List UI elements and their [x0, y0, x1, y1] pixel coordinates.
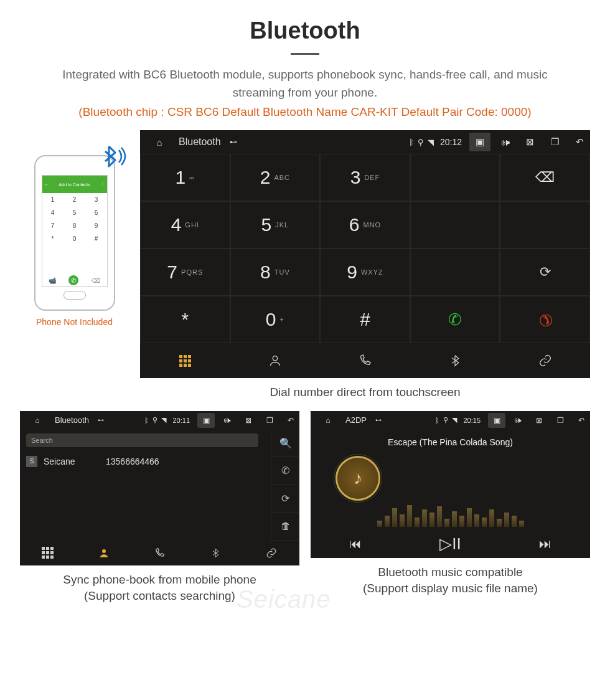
sync-button[interactable]: ⟳: [271, 485, 299, 513]
tab-contacts[interactable]: [230, 343, 321, 378]
prev-button[interactable]: ⏮: [349, 537, 362, 551]
key-7[interactable]: 7PQRS: [140, 248, 230, 296]
tab-dialpad[interactable]: [140, 343, 230, 378]
search-button[interactable]: 🔍: [271, 430, 299, 458]
usb-icon: ⊷: [375, 417, 382, 423]
music-device: ⌂ A2DP ⊷ ᛒ ⚲ ◥ 20:15 ▣ 🕪 ⊠ ❐ ↶: [311, 411, 590, 558]
key-3[interactable]: 3DEF: [320, 154, 410, 201]
phonebook-device: ⌂ Bluetooth ⊷ ᛒ ⚲ ◥ 20:11 ▣ 🕪 ⊠ ❐ ↶: [20, 411, 299, 565]
music-caption: Bluetooth music compatible(Support displ…: [311, 558, 590, 598]
wifi-icon: ◥: [161, 416, 166, 424]
music-note-icon: ♪: [354, 468, 362, 488]
key-empty: [410, 248, 500, 296]
tab-bluetooth[interactable]: [410, 343, 500, 378]
location-icon: ⚲: [443, 416, 448, 424]
app-title: Bluetooth: [55, 415, 89, 425]
camera-icon[interactable]: ▣: [488, 413, 505, 428]
phone-mock: ←Add to Contacts⋮ 123 456 789 *0# 📹✆⌫: [34, 155, 115, 311]
dialer-device: ⌂ Bluetooth ⊷ ᛒ ⚲ ◥ 20:12 ▣ 🕪 ⊠ ❐ ↶: [140, 130, 590, 378]
status-bar: ⌂ Bluetooth ⊷ ᛒ ⚲ ◥ 20:12 ▣ 🕪 ⊠ ❐ ↶: [140, 130, 590, 154]
home-icon[interactable]: ⌂: [149, 133, 170, 151]
tab-contacts[interactable]: [76, 541, 132, 565]
key-4[interactable]: 4GHI: [140, 201, 230, 248]
play-button[interactable]: ▷II: [439, 534, 461, 554]
key-1[interactable]: 1∞: [140, 154, 230, 201]
back-icon[interactable]: ↶: [573, 413, 590, 428]
bt-status-icon: ᛒ: [409, 138, 414, 147]
sync-button[interactable]: ⟳: [500, 248, 590, 296]
recent-icon[interactable]: ❐: [551, 413, 569, 428]
dialer-caption: Dial number direct from touchscreen: [140, 378, 590, 402]
tab-dialpad[interactable]: [20, 541, 76, 565]
usb-icon: ⊷: [230, 138, 237, 146]
contact-name: Seicane: [44, 456, 100, 466]
key-empty: [500, 201, 590, 248]
phone-icon: [358, 354, 372, 367]
key-2[interactable]: 2ABC: [230, 154, 321, 201]
recent-icon[interactable]: ❐: [544, 133, 565, 151]
volume-icon[interactable]: 🕪: [218, 413, 236, 428]
backspace-button[interactable]: ⌫: [500, 154, 590, 201]
contact-row[interactable]: S Seicane 13566664466: [26, 453, 265, 470]
clock: 20:11: [172, 417, 190, 424]
volume-icon[interactable]: 🕪: [494, 133, 515, 151]
tab-pair[interactable]: [243, 541, 299, 565]
home-icon[interactable]: ⌂: [319, 413, 337, 428]
phone-icon: [154, 547, 165, 559]
back-icon[interactable]: ↶: [569, 133, 590, 151]
key-6[interactable]: 6MNO: [320, 201, 410, 248]
person-icon: [268, 354, 282, 367]
close-icon[interactable]: ⊠: [240, 413, 257, 428]
key-8[interactable]: 8TUV: [230, 248, 321, 296]
call-button[interactable]: ✆: [271, 457, 299, 485]
clock: 20:12: [440, 137, 462, 147]
tab-calls[interactable]: [320, 343, 410, 378]
svg-point-0: [273, 356, 277, 361]
hangup-button[interactable]: ✆: [500, 296, 590, 343]
volume-icon[interactable]: 🕪: [509, 413, 527, 428]
search-input[interactable]: Search: [26, 433, 258, 447]
key-0[interactable]: 0+: [230, 296, 321, 343]
svg-point-1: [102, 549, 106, 553]
key-5[interactable]: 5JKL: [230, 201, 321, 248]
tab-bluetooth[interactable]: [187, 541, 243, 565]
call-button[interactable]: ✆: [410, 296, 500, 343]
contact-number: 13566664466: [106, 456, 159, 466]
bt-status-icon: ᛒ: [144, 417, 149, 424]
clock: 20:15: [463, 417, 481, 424]
close-icon[interactable]: ⊠: [519, 133, 540, 151]
person-icon: [98, 547, 110, 559]
phone-mock-column: ←Add to Contacts⋮ 123 456 789 *0# 📹✆⌫ Ph…: [20, 130, 129, 327]
usb-icon: ⊷: [98, 417, 104, 423]
key-empty: [410, 201, 500, 248]
link-icon: [538, 354, 553, 367]
camera-icon[interactable]: ▣: [197, 413, 215, 428]
page-title: Bluetooth: [0, 0, 610, 44]
delete-button[interactable]: 🗑: [271, 513, 299, 541]
next-button[interactable]: ⏭: [539, 537, 551, 551]
wifi-icon: ◥: [428, 138, 434, 147]
bluetooth-icon: [210, 547, 220, 559]
app-title: Bluetooth: [179, 136, 221, 148]
bluetooth-wave-icon: [98, 141, 128, 171]
home-icon[interactable]: ⌂: [29, 413, 46, 428]
spec-text: (Bluetooth chip : CSR BC6 Default Blueto…: [0, 105, 610, 130]
back-icon[interactable]: ↶: [282, 413, 299, 428]
key-star[interactable]: *: [140, 296, 230, 343]
title-underline: [291, 53, 319, 55]
location-icon: ⚲: [152, 416, 157, 424]
track-title: Escape (The Pina Colada Song): [311, 437, 590, 447]
wifi-icon: ◥: [452, 416, 457, 424]
recent-icon[interactable]: ❐: [261, 413, 278, 428]
watermark: Seicane: [237, 585, 331, 613]
bt-status-icon: ᛒ: [435, 417, 439, 424]
key-hash[interactable]: #: [320, 296, 410, 343]
key-9[interactable]: 9WXYZ: [320, 248, 410, 296]
location-icon: ⚲: [418, 138, 424, 147]
tab-pair[interactable]: [500, 343, 590, 378]
close-icon[interactable]: ⊠: [530, 413, 548, 428]
description-text: Integrated with BC6 Bluetooth module, su…: [0, 66, 610, 105]
tab-calls[interactable]: [132, 541, 188, 565]
contact-initial: S: [26, 456, 37, 467]
camera-icon[interactable]: ▣: [469, 133, 490, 151]
